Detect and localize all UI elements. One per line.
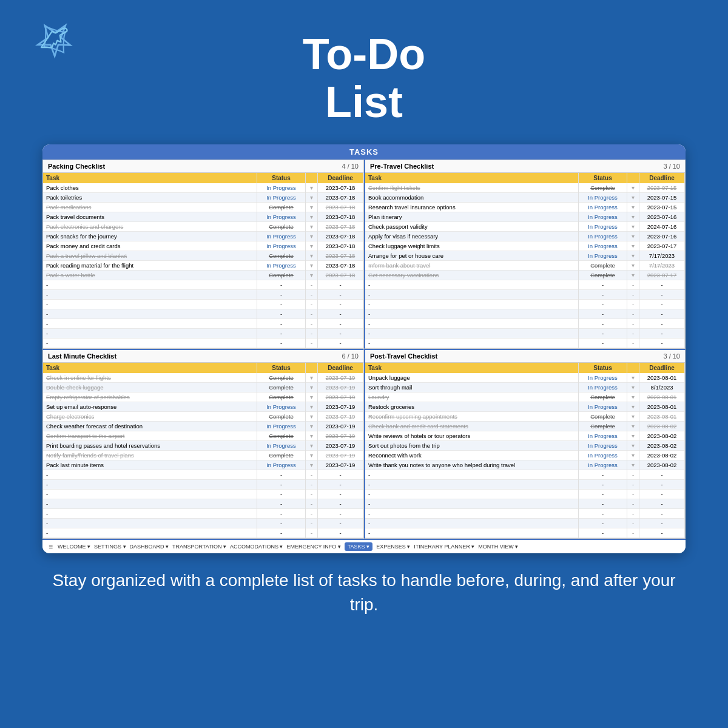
task-deadline: 2023-07-16 xyxy=(639,232,685,241)
empty-row: - - - - xyxy=(365,528,685,538)
task-arrow: ▾ xyxy=(627,193,639,203)
packing-col-sep xyxy=(306,173,318,183)
table-row: Empty refrigerator of perishables Comple… xyxy=(43,393,363,402)
pretravel-quadrant: Pre-Travel Checklist 3 / 10 Task Status … xyxy=(364,160,686,349)
table-row: Notify family/friends of travel plans Co… xyxy=(43,451,363,460)
empty-status: - xyxy=(579,519,627,528)
empty-status: - xyxy=(579,480,627,490)
task-status: In Progress xyxy=(257,460,306,470)
table-row: Laundry Complete ▾ 2023-08-01 xyxy=(365,393,685,402)
task-name: Charge electronics xyxy=(43,412,257,422)
nav-item-accomodations[interactable]: ACCOMODATIONS ▾ xyxy=(230,544,283,550)
table-row: Set up email auto-response In Progress ▾… xyxy=(43,402,363,412)
task-name: Pack medications xyxy=(43,203,257,212)
empty-row: - - - - xyxy=(365,300,685,309)
task-status: Complete xyxy=(579,261,627,271)
task-arrow: ▾ xyxy=(306,251,318,261)
empty-row: - - - - xyxy=(365,290,685,300)
empty-arrow: - xyxy=(306,499,318,509)
empty-row: - - - - xyxy=(365,499,685,509)
task-status: Complete xyxy=(257,393,306,402)
empty-task: - xyxy=(43,319,257,329)
task-name: Pack toiletries xyxy=(43,193,257,203)
task-name: Check bank and credit card statements xyxy=(365,422,579,431)
empty-deadline: - xyxy=(639,499,685,509)
empty-arrow: - xyxy=(627,290,639,300)
nav-item-settings[interactable]: SETTINGS ▾ xyxy=(94,544,126,550)
empty-deadline: - xyxy=(639,339,685,348)
task-deadline: 2023-08-01 xyxy=(639,373,685,383)
empty-deadline: - xyxy=(318,480,363,490)
task-name: Research travel insurance options xyxy=(365,203,579,212)
table-row: Plan itinerary In Progress ▾ 2023-07-16 xyxy=(365,212,685,222)
lastminute-col-sep xyxy=(306,363,318,373)
hamburger-icon[interactable]: ≡ xyxy=(49,542,53,551)
nav-item-welcome[interactable]: WELCOME ▾ xyxy=(58,544,90,550)
empty-task: - xyxy=(365,339,579,348)
plane-icon xyxy=(33,18,76,63)
empty-task: - xyxy=(43,509,257,519)
table-row: Check weather forecast of destination In… xyxy=(43,422,363,431)
empty-arrow: - xyxy=(306,470,318,480)
empty-arrow: - xyxy=(306,300,318,309)
table-row: Pack money and credit cards In Progress … xyxy=(43,241,363,251)
table-row: Get necessary vaccinations Complete ▾ 20… xyxy=(365,271,685,280)
packing-col-status: Status xyxy=(257,173,306,183)
header: To-Do List xyxy=(0,0,728,126)
empty-task: - xyxy=(43,499,257,509)
task-deadline: 2023-07-19 xyxy=(318,422,363,431)
empty-task: - xyxy=(365,309,579,319)
empty-arrow: - xyxy=(627,300,639,309)
pretravel-col-task: Task xyxy=(365,173,579,183)
task-deadline: 2023-07-19 xyxy=(318,373,363,383)
lastminute-header: Last Minute Checklist 6 / 10 xyxy=(43,350,363,363)
posttravel-col-status: Status xyxy=(579,363,627,373)
task-status: In Progress xyxy=(579,402,627,412)
empty-status: - xyxy=(579,499,627,509)
empty-row: - - - - xyxy=(43,499,363,509)
task-deadline: 2023-07-18 xyxy=(318,203,363,212)
task-arrow: ▾ xyxy=(306,193,318,203)
nav-item-dashboard[interactable]: DASHBOARD ▾ xyxy=(130,544,169,550)
packing-header: Packing Checklist 4 / 10 xyxy=(43,160,363,173)
empty-status: - xyxy=(257,339,306,348)
nav-item-emergency-info[interactable]: EMERGENCY INFO ▾ xyxy=(286,544,340,550)
empty-deadline: - xyxy=(639,509,685,519)
empty-row: - - - - xyxy=(43,519,363,528)
task-status: In Progress xyxy=(579,251,627,261)
empty-deadline: - xyxy=(639,528,685,538)
empty-arrow: - xyxy=(306,309,318,319)
task-arrow: ▾ xyxy=(306,383,318,393)
nav-item-month-view[interactable]: MONTH VIEW ▾ xyxy=(478,544,518,550)
table-row: Pack electronics and chargers Complete ▾… xyxy=(43,222,363,232)
table-row: Pack medications Complete ▾ 2023-07-18 xyxy=(43,203,363,212)
empty-arrow: - xyxy=(627,490,639,499)
empty-deadline: - xyxy=(318,470,363,480)
task-arrow: ▾ xyxy=(627,232,639,241)
nav-item-transportation[interactable]: TRANSPORTATION ▾ xyxy=(172,544,226,550)
empty-deadline: - xyxy=(318,490,363,499)
nav-item-tasks[interactable]: TASKS ▾ xyxy=(345,542,372,551)
nav-item-expenses[interactable]: EXPENSES ▾ xyxy=(376,544,410,550)
task-name: Pack snacks for the journey xyxy=(43,232,257,241)
task-status: Complete xyxy=(579,412,627,422)
empty-deadline: - xyxy=(318,499,363,509)
empty-arrow: - xyxy=(306,319,318,329)
empty-status: - xyxy=(579,528,627,538)
empty-deadline: - xyxy=(318,329,363,339)
task-arrow: ▾ xyxy=(306,222,318,232)
empty-status: - xyxy=(579,309,627,319)
empty-task: - xyxy=(43,528,257,538)
nav-bar: ≡ WELCOME ▾SETTINGS ▾DASHBOARD ▾TRANSPOR… xyxy=(42,539,686,553)
lastminute-count: 6 / 10 xyxy=(342,352,359,360)
empty-arrow: - xyxy=(306,329,318,339)
empty-deadline: - xyxy=(639,470,685,480)
task-status: Complete xyxy=(257,271,306,280)
task-arrow: ▾ xyxy=(306,241,318,251)
task-deadline: 2023-08-02 xyxy=(639,441,685,451)
task-name: Laundry xyxy=(365,393,579,402)
task-arrow: ▾ xyxy=(627,460,639,470)
empty-deadline: - xyxy=(318,519,363,528)
nav-item-itinerary-planner[interactable]: ITINERARY PLANNER ▾ xyxy=(414,544,474,550)
empty-status: - xyxy=(257,309,306,319)
